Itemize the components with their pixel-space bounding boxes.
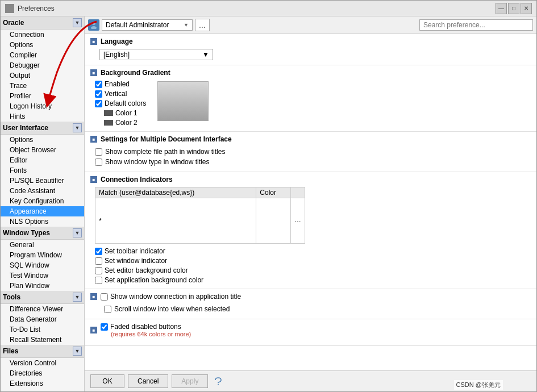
enabled-checkbox[interactable] [95,81,102,88]
show-connection-row: Show window connection in application ti… [101,293,241,301]
sidebar-item-options-oracle[interactable]: Options [1,40,84,50]
faded-disabled-checkbox[interactable] [101,323,108,331]
dots-col-header [291,187,305,198]
sidebar-item-code-assistant[interactable]: Code Assistant [1,186,84,196]
ui-label: User Interface [3,124,48,132]
show-connection-checkbox[interactable] [101,293,108,301]
sidebar-section-ui[interactable]: User Interface ▼ [1,122,84,135]
background-gradient-section: ■ Background Gradient Enabled [85,65,536,132]
mdi-collapse-btn[interactable]: ■ [90,136,97,143]
sidebar-item-output[interactable]: Output [1,70,84,81]
sidebar-item-todo-list[interactable]: To-Do List [1,324,84,335]
sidebar-item-fonts[interactable]: Fonts [1,165,84,176]
sidebar-item-options-ui[interactable]: Options [1,135,84,145]
sidebar-item-plsql-beautifier[interactable]: PL/SQL Beautifier [1,176,84,186]
language-collapse-btn[interactable]: ■ [90,38,97,45]
bg-gradient-header: ■ Background Gradient [90,69,531,77]
main-content: Oracle ▼ Connection Options Compiler Deb… [1,16,536,391]
sidebar-item-nls-options[interactable]: NLS Options [1,216,84,227]
faded-buttons-collapse-btn[interactable]: ■ [90,327,97,333]
sidebar-item-directories[interactable]: Directories [1,368,84,378]
set-toolbar-checkbox[interactable] [95,248,102,255]
search-input[interactable] [419,19,533,31]
close-button[interactable]: ✕ [521,3,532,14]
maximize-button[interactable]: □ [508,3,519,14]
color-cell [256,198,291,244]
window-connection-collapse-btn[interactable]: ■ [90,293,97,300]
sidebar-item-program-window[interactable]: Program Window [1,250,84,260]
title-bar: Preferences — □ ✕ [1,1,536,16]
language-dropdown[interactable]: [English] ▼ [99,49,213,60]
sidebar-item-debugger[interactable]: Debugger [1,60,84,70]
conn-indicators-collapse-btn[interactable]: ■ [90,176,97,183]
show-file-path-checkbox[interactable] [95,148,102,156]
files-expand-icon: ▼ [73,347,82,356]
minimize-button[interactable]: — [496,3,507,14]
window-types-label: Window Types [3,229,50,237]
ok-button[interactable]: OK [90,374,124,388]
show-window-type-checkbox[interactable] [95,159,102,166]
title-bar-left: Preferences [5,4,55,13]
help-button[interactable] [211,374,225,388]
sidebar-item-recall-statement[interactable]: Recall Statement [1,335,84,345]
show-file-path-row: Show complete file path in window titles [95,147,531,157]
vertical-label: Vertical [105,90,127,98]
show-file-path-label: Show complete file path in window titles [105,148,225,156]
color2-row: Color 2 [104,119,146,127]
set-toolbar-row: Set toolbar indicator [95,247,531,255]
table-row: * ··· [95,198,305,244]
sidebar-item-compiler[interactable]: Compiler [1,50,84,60]
dots-button[interactable]: ... [195,19,210,31]
oracle-label: Oracle [3,19,24,27]
conn-indicators-collapse-icon: ■ [93,177,95,182]
sidebar-section-tools[interactable]: Tools ▼ [1,291,84,304]
set-app-bg-row: Set application background color [95,276,531,284]
sidebar-item-general[interactable]: General [1,240,84,250]
vertical-checkbox[interactable] [95,90,102,98]
set-editor-bg-checkbox[interactable] [95,267,102,274]
bg-gradient-collapse-btn[interactable]: ■ [90,69,97,76]
sidebar-item-test-window[interactable]: Test Window [1,270,84,281]
sidebar-item-sql-window[interactable]: SQL Window [1,260,84,270]
set-window-checkbox[interactable] [95,257,102,265]
sidebar-item-version-control[interactable]: Version Control [1,358,84,368]
window-types-expand-icon: ▼ [73,228,82,237]
language-section-header: ■ Language [90,37,531,45]
sidebar-item-difference-viewer[interactable]: Difference Viewer [1,304,84,314]
apply-button[interactable]: Apply [172,374,208,388]
set-editor-bg-label: Set editor background color [105,266,188,274]
sidebar-item-data-generator[interactable]: Data Generator [1,314,84,324]
files-label: Files [3,347,18,355]
sidebar-section-files[interactable]: Files ▼ [1,345,84,358]
mdi-header: ■ Settings for Multiple Document Interfa… [90,135,531,143]
sidebar-item-plan-window[interactable]: Plan Window [1,281,84,291]
sidebar-item-extensions[interactable]: Extensions [1,378,84,389]
default-colors-checkbox[interactable] [95,100,102,107]
color1-label: Color 1 [115,109,138,117]
title-bar-controls: — □ ✕ [496,3,532,14]
sidebar-item-connection[interactable]: Connection [1,30,84,40]
sidebar-item-profiler[interactable]: Profiler [1,91,84,101]
sidebar-item-key-configuration[interactable]: Key Configuration [1,196,84,206]
scroll-into-view-checkbox[interactable] [104,306,111,313]
svg-rect-3 [10,9,13,12]
profile-icon [88,19,99,31]
sidebar-item-appearance[interactable]: Appearance [1,206,84,216]
sidebar-section-oracle[interactable]: Oracle ▼ [1,16,84,30]
cancel-button[interactable]: Cancel [128,374,168,388]
set-app-bg-checkbox[interactable] [95,277,102,284]
dots-cell[interactable]: ··· [291,198,305,244]
profile-dropdown[interactable]: Default Administrator ▼ [102,19,193,31]
faded-buttons-collapse-icon: ■ [93,328,95,333]
match-col-header: Match (user@database{ed,ws}) [95,187,256,198]
sidebar-item-trace[interactable]: Trace [1,81,84,91]
sidebar-item-hints[interactable]: Hints [1,111,84,122]
connection-indicators-section: ■ Connection Indicators Match (user@data… [85,172,536,289]
sidebar-item-logon-history[interactable]: Logon History [1,101,84,111]
ui-expand-icon: ▼ [73,123,82,132]
sidebar-section-window-types[interactable]: Window Types ▼ [1,227,84,240]
window-connection-header: ■ Show window connection in application … [90,293,531,301]
sidebar-item-object-browser[interactable]: Object Browser [1,145,84,155]
sidebar-item-editor[interactable]: Editor [1,155,84,165]
enabled-label: Enabled [105,80,130,88]
